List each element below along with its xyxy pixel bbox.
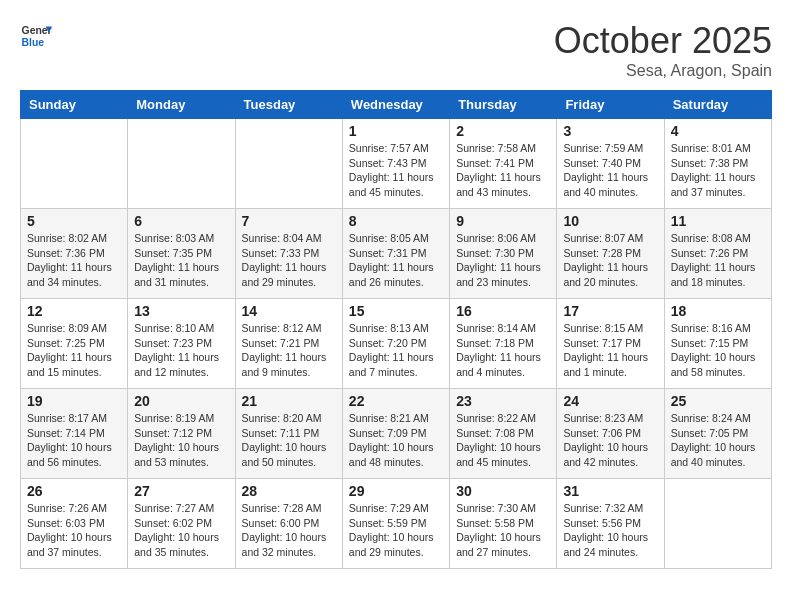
table-cell: 6Sunrise: 8:03 AMSunset: 7:35 PMDaylight…	[128, 209, 235, 299]
page-header: General Blue October 2025 Sesa, Aragon, …	[20, 20, 772, 80]
day-number: 27	[134, 483, 228, 499]
table-cell	[128, 119, 235, 209]
header-sunday: Sunday	[21, 91, 128, 119]
day-info: Sunrise: 7:27 AMSunset: 6:02 PMDaylight:…	[134, 501, 228, 560]
day-info: Sunrise: 8:20 AMSunset: 7:11 PMDaylight:…	[242, 411, 336, 470]
day-number: 6	[134, 213, 228, 229]
day-number: 3	[563, 123, 657, 139]
day-info: Sunrise: 8:07 AMSunset: 7:28 PMDaylight:…	[563, 231, 657, 290]
day-info: Sunrise: 8:03 AMSunset: 7:35 PMDaylight:…	[134, 231, 228, 290]
header-thursday: Thursday	[450, 91, 557, 119]
table-cell: 15Sunrise: 8:13 AMSunset: 7:20 PMDayligh…	[342, 299, 449, 389]
header-saturday: Saturday	[664, 91, 771, 119]
table-cell: 28Sunrise: 7:28 AMSunset: 6:00 PMDayligh…	[235, 479, 342, 569]
day-info: Sunrise: 7:30 AMSunset: 5:58 PMDaylight:…	[456, 501, 550, 560]
day-info: Sunrise: 7:32 AMSunset: 5:56 PMDaylight:…	[563, 501, 657, 560]
day-number: 26	[27, 483, 121, 499]
day-info: Sunrise: 8:15 AMSunset: 7:17 PMDaylight:…	[563, 321, 657, 380]
header-wednesday: Wednesday	[342, 91, 449, 119]
day-info: Sunrise: 8:24 AMSunset: 7:05 PMDaylight:…	[671, 411, 765, 470]
day-info: Sunrise: 7:58 AMSunset: 7:41 PMDaylight:…	[456, 141, 550, 200]
day-info: Sunrise: 8:13 AMSunset: 7:20 PMDaylight:…	[349, 321, 443, 380]
table-cell: 31Sunrise: 7:32 AMSunset: 5:56 PMDayligh…	[557, 479, 664, 569]
table-cell	[664, 479, 771, 569]
day-number: 21	[242, 393, 336, 409]
table-cell: 29Sunrise: 7:29 AMSunset: 5:59 PMDayligh…	[342, 479, 449, 569]
day-info: Sunrise: 7:57 AMSunset: 7:43 PMDaylight:…	[349, 141, 443, 200]
table-cell: 7Sunrise: 8:04 AMSunset: 7:33 PMDaylight…	[235, 209, 342, 299]
week-row-2: 5Sunrise: 8:02 AMSunset: 7:36 PMDaylight…	[21, 209, 772, 299]
day-info: Sunrise: 8:09 AMSunset: 7:25 PMDaylight:…	[27, 321, 121, 380]
day-info: Sunrise: 8:23 AMSunset: 7:06 PMDaylight:…	[563, 411, 657, 470]
day-number: 14	[242, 303, 336, 319]
day-number: 1	[349, 123, 443, 139]
table-cell: 25Sunrise: 8:24 AMSunset: 7:05 PMDayligh…	[664, 389, 771, 479]
day-info: Sunrise: 8:02 AMSunset: 7:36 PMDaylight:…	[27, 231, 121, 290]
day-info: Sunrise: 8:04 AMSunset: 7:33 PMDaylight:…	[242, 231, 336, 290]
day-number: 8	[349, 213, 443, 229]
svg-text:Blue: Blue	[22, 37, 45, 48]
table-cell: 17Sunrise: 8:15 AMSunset: 7:17 PMDayligh…	[557, 299, 664, 389]
week-row-5: 26Sunrise: 7:26 AMSunset: 6:03 PMDayligh…	[21, 479, 772, 569]
day-number: 20	[134, 393, 228, 409]
day-info: Sunrise: 8:10 AMSunset: 7:23 PMDaylight:…	[134, 321, 228, 380]
day-number: 19	[27, 393, 121, 409]
table-cell: 27Sunrise: 7:27 AMSunset: 6:02 PMDayligh…	[128, 479, 235, 569]
day-number: 17	[563, 303, 657, 319]
day-number: 7	[242, 213, 336, 229]
table-cell: 14Sunrise: 8:12 AMSunset: 7:21 PMDayligh…	[235, 299, 342, 389]
day-info: Sunrise: 8:01 AMSunset: 7:38 PMDaylight:…	[671, 141, 765, 200]
day-info: Sunrise: 8:05 AMSunset: 7:31 PMDaylight:…	[349, 231, 443, 290]
day-info: Sunrise: 7:29 AMSunset: 5:59 PMDaylight:…	[349, 501, 443, 560]
table-cell: 26Sunrise: 7:26 AMSunset: 6:03 PMDayligh…	[21, 479, 128, 569]
header-monday: Monday	[128, 91, 235, 119]
day-info: Sunrise: 8:06 AMSunset: 7:30 PMDaylight:…	[456, 231, 550, 290]
table-cell: 18Sunrise: 8:16 AMSunset: 7:15 PMDayligh…	[664, 299, 771, 389]
day-number: 2	[456, 123, 550, 139]
day-number: 18	[671, 303, 765, 319]
table-cell: 21Sunrise: 8:20 AMSunset: 7:11 PMDayligh…	[235, 389, 342, 479]
day-number: 11	[671, 213, 765, 229]
table-cell: 20Sunrise: 8:19 AMSunset: 7:12 PMDayligh…	[128, 389, 235, 479]
day-number: 13	[134, 303, 228, 319]
day-info: Sunrise: 8:22 AMSunset: 7:08 PMDaylight:…	[456, 411, 550, 470]
logo-icon: General Blue	[20, 20, 52, 52]
table-cell: 22Sunrise: 8:21 AMSunset: 7:09 PMDayligh…	[342, 389, 449, 479]
table-cell: 12Sunrise: 8:09 AMSunset: 7:25 PMDayligh…	[21, 299, 128, 389]
table-cell: 2Sunrise: 7:58 AMSunset: 7:41 PMDaylight…	[450, 119, 557, 209]
day-number: 28	[242, 483, 336, 499]
calendar-table: Sunday Monday Tuesday Wednesday Thursday…	[20, 90, 772, 569]
day-number: 22	[349, 393, 443, 409]
day-number: 23	[456, 393, 550, 409]
table-cell: 23Sunrise: 8:22 AMSunset: 7:08 PMDayligh…	[450, 389, 557, 479]
day-number: 5	[27, 213, 121, 229]
day-header-row: Sunday Monday Tuesday Wednesday Thursday…	[21, 91, 772, 119]
day-number: 10	[563, 213, 657, 229]
month-title: October 2025	[554, 20, 772, 62]
logo: General Blue	[20, 20, 52, 52]
day-number: 24	[563, 393, 657, 409]
table-cell: 13Sunrise: 8:10 AMSunset: 7:23 PMDayligh…	[128, 299, 235, 389]
day-info: Sunrise: 8:08 AMSunset: 7:26 PMDaylight:…	[671, 231, 765, 290]
table-cell: 11Sunrise: 8:08 AMSunset: 7:26 PMDayligh…	[664, 209, 771, 299]
table-cell: 19Sunrise: 8:17 AMSunset: 7:14 PMDayligh…	[21, 389, 128, 479]
day-number: 31	[563, 483, 657, 499]
day-info: Sunrise: 7:26 AMSunset: 6:03 PMDaylight:…	[27, 501, 121, 560]
table-cell: 24Sunrise: 8:23 AMSunset: 7:06 PMDayligh…	[557, 389, 664, 479]
week-row-4: 19Sunrise: 8:17 AMSunset: 7:14 PMDayligh…	[21, 389, 772, 479]
table-cell	[21, 119, 128, 209]
day-info: Sunrise: 8:12 AMSunset: 7:21 PMDaylight:…	[242, 321, 336, 380]
week-row-1: 1Sunrise: 7:57 AMSunset: 7:43 PMDaylight…	[21, 119, 772, 209]
day-number: 4	[671, 123, 765, 139]
table-cell: 10Sunrise: 8:07 AMSunset: 7:28 PMDayligh…	[557, 209, 664, 299]
table-cell: 5Sunrise: 8:02 AMSunset: 7:36 PMDaylight…	[21, 209, 128, 299]
day-number: 9	[456, 213, 550, 229]
header-tuesday: Tuesday	[235, 91, 342, 119]
table-cell: 9Sunrise: 8:06 AMSunset: 7:30 PMDaylight…	[450, 209, 557, 299]
table-cell: 1Sunrise: 7:57 AMSunset: 7:43 PMDaylight…	[342, 119, 449, 209]
day-info: Sunrise: 8:14 AMSunset: 7:18 PMDaylight:…	[456, 321, 550, 380]
day-number: 30	[456, 483, 550, 499]
week-row-3: 12Sunrise: 8:09 AMSunset: 7:25 PMDayligh…	[21, 299, 772, 389]
title-block: October 2025 Sesa, Aragon, Spain	[554, 20, 772, 80]
day-number: 29	[349, 483, 443, 499]
